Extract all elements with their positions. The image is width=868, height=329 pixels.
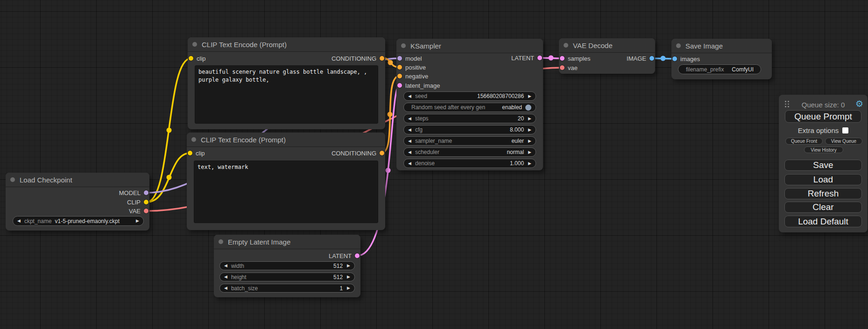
node-save-image[interactable]: Save Image images filename_prefix ComfyU… — [671, 39, 772, 79]
filename-prefix-widget[interactable]: filename_prefix ComfyUI — [678, 64, 761, 74]
right-arrow-icon[interactable]: ▶ — [528, 94, 531, 98]
extra-options-checkbox[interactable] — [842, 127, 848, 133]
collapse-dot-icon[interactable] — [401, 43, 406, 48]
node-title-bar[interactable]: Empty Latent Image — [214, 235, 360, 249]
width-widget[interactable]: ◀ width 512 ▶ — [219, 261, 355, 270]
negative-input-port[interactable] — [397, 74, 402, 78]
batch-size-widget[interactable]: ◀ batch_size 1 ▶ — [219, 284, 355, 293]
clip-input-port[interactable] — [189, 56, 193, 61]
cfg-widget[interactable]: ◀ cfg 8.000 ▶ — [403, 125, 536, 134]
vae-port[interactable] — [144, 209, 148, 213]
collapse-dot-icon[interactable] — [191, 137, 196, 142]
node-title-bar[interactable]: CLIP Text Encode (Prompt) — [187, 133, 385, 147]
right-arrow-icon[interactable]: ▶ — [347, 264, 350, 268]
queue-prompt-button[interactable]: Queue Prompt — [785, 110, 861, 123]
node-title: Load Checkpoint — [20, 176, 72, 184]
random-seed-toggle-widget[interactable]: Random seed after every gen enabled — [403, 103, 536, 112]
output-slot-vae: VAE — [6, 207, 149, 215]
left-arrow-icon[interactable]: ◀ — [408, 117, 411, 121]
seed-widget[interactable]: ◀ seed 156680208700286 ▶ — [403, 91, 536, 101]
left-arrow-icon[interactable]: ◀ — [408, 128, 411, 132]
drag-handle-icon[interactable] — [785, 101, 789, 107]
height-widget[interactable]: ◀ height 512 ▶ — [219, 273, 355, 281]
view-history-button[interactable]: View History — [804, 147, 843, 153]
clip-port[interactable] — [144, 200, 148, 204]
input-slot-images: images — [671, 55, 772, 63]
collapse-dot-icon[interactable] — [564, 43, 568, 48]
wire-midpoint-dot — [388, 112, 393, 117]
conditioning-output-port[interactable] — [380, 151, 384, 155]
node-graph-canvas[interactable]: Load Checkpoint MODEL CLIP VAE ◀ ckpt_na… — [0, 0, 868, 329]
positive-input-port[interactable] — [397, 65, 402, 70]
node-ksampler[interactable]: KSampler model LATENT positive negative … — [396, 39, 543, 170]
left-arrow-icon[interactable]: ◀ — [224, 264, 227, 268]
collapse-dot-icon[interactable] — [676, 43, 681, 48]
left-arrow-icon[interactable]: ◀ — [224, 275, 227, 279]
right-arrow-icon[interactable]: ▶ — [528, 128, 531, 132]
prompt-textarea[interactable]: text, watermark — [194, 161, 378, 223]
node-title: Save Image — [685, 42, 723, 50]
output-slot-latent: LATENT — [214, 252, 360, 260]
right-arrow-icon[interactable]: ▶ — [136, 219, 139, 223]
queue-front-button[interactable]: Queue Front — [785, 138, 823, 145]
right-arrow-icon[interactable]: ▶ — [528, 150, 531, 154]
wire-midpoint-dot — [549, 56, 554, 61]
steps-widget[interactable]: ◀ steps 20 ▶ — [403, 114, 536, 123]
node-title: VAE Decode — [573, 42, 613, 49]
refresh-button[interactable]: Refresh — [784, 188, 862, 199]
left-arrow-icon[interactable]: ◀ — [17, 219, 21, 223]
right-arrow-icon[interactable]: ▶ — [528, 139, 531, 143]
ckpt-name-widget[interactable]: ◀ ckpt_name v1-5-pruned-emaonly.ckpt ▶ — [13, 216, 144, 226]
wire-midpoint-dot — [661, 56, 666, 61]
denoise-widget[interactable]: ◀ denoise 1.000 ▶ — [403, 159, 536, 168]
left-arrow-icon[interactable]: ◀ — [408, 150, 411, 154]
node-vae-decode[interactable]: VAE Decode samples IMAGE vae — [559, 38, 655, 74]
collapse-dot-icon[interactable] — [192, 42, 197, 47]
latent-output-port[interactable] — [537, 56, 542, 60]
scheduler-widget[interactable]: ◀ scheduler normal ▶ — [403, 147, 536, 157]
node-title-bar[interactable]: Load Checkpoint — [6, 173, 149, 187]
node-clip-text-encode-positive[interactable]: CLIP Text Encode (Prompt) clip CONDITION… — [188, 37, 385, 129]
save-button[interactable]: Save — [784, 160, 862, 171]
view-queue-button[interactable]: View Queue — [825, 138, 862, 145]
vae-input-port[interactable] — [560, 65, 565, 70]
queue-panel-header: Queue size: 0 ⚙ — [779, 99, 868, 110]
right-arrow-icon[interactable]: ▶ — [528, 161, 531, 166]
node-load-checkpoint[interactable]: Load Checkpoint MODEL CLIP VAE ◀ ckpt_na… — [6, 173, 149, 231]
node-empty-latent-image[interactable]: Empty Latent Image LATENT ◀ width 512 ▶ … — [214, 235, 360, 297]
slot-row: clip CONDITIONING — [187, 149, 385, 157]
node-title-bar[interactable]: VAE Decode — [559, 38, 655, 53]
queue-control-panel: Queue size: 0 ⚙ Queue Prompt Extra optio… — [779, 95, 868, 232]
node-clip-text-encode-negative[interactable]: CLIP Text Encode (Prompt) clip CONDITION… — [187, 133, 385, 230]
left-arrow-icon[interactable]: ◀ — [224, 286, 227, 290]
load-default-button[interactable]: Load Default — [784, 216, 862, 227]
conditioning-output-port[interactable] — [380, 56, 384, 61]
model-port[interactable] — [144, 190, 148, 195]
left-arrow-icon[interactable]: ◀ — [408, 161, 411, 166]
images-input-port[interactable] — [672, 56, 677, 61]
right-arrow-icon[interactable]: ▶ — [347, 275, 350, 279]
latent-output-port[interactable] — [355, 253, 360, 258]
left-arrow-icon[interactable]: ◀ — [408, 139, 411, 143]
collapse-dot-icon[interactable] — [219, 239, 223, 244]
right-arrow-icon[interactable]: ▶ — [347, 286, 350, 290]
collapse-dot-icon[interactable] — [10, 177, 15, 182]
node-title-bar[interactable]: KSampler — [396, 39, 543, 53]
sampler-name-widget[interactable]: ◀ sampler_name euler ▶ — [403, 136, 536, 146]
toggle-circle-icon[interactable] — [525, 105, 531, 111]
settings-gear-icon[interactable]: ⚙ — [855, 99, 863, 109]
load-button[interactable]: Load — [784, 174, 862, 185]
wire-midpoint-dot — [388, 60, 393, 65]
latent-image-input-port[interactable] — [397, 83, 402, 88]
image-output-port[interactable] — [649, 56, 654, 61]
clear-button[interactable]: Clear — [784, 202, 862, 213]
right-arrow-icon[interactable]: ▶ — [528, 117, 531, 121]
prompt-textarea[interactable]: beautiful scenery nature glass bottle la… — [195, 65, 378, 124]
slot-row: clip CONDITIONING — [188, 54, 385, 63]
output-slot-latent: LATENT — [396, 54, 543, 62]
queue-size-label: Queue size: 0 — [802, 101, 845, 109]
node-title-bar[interactable]: CLIP Text Encode (Prompt) — [188, 37, 385, 52]
node-title-bar[interactable]: Save Image — [671, 39, 772, 53]
left-arrow-icon[interactable]: ◀ — [408, 94, 411, 98]
clip-input-port[interactable] — [188, 151, 192, 155]
